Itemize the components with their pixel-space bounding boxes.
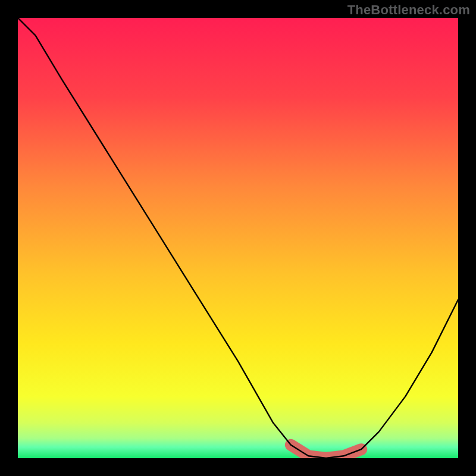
plot-area	[18, 18, 458, 458]
gradient-background	[18, 18, 458, 458]
attribution-text: TheBottleneck.com	[347, 2, 470, 18]
bottleneck-chart	[18, 18, 458, 458]
chart-frame: TheBottleneck.com	[0, 0, 476, 476]
